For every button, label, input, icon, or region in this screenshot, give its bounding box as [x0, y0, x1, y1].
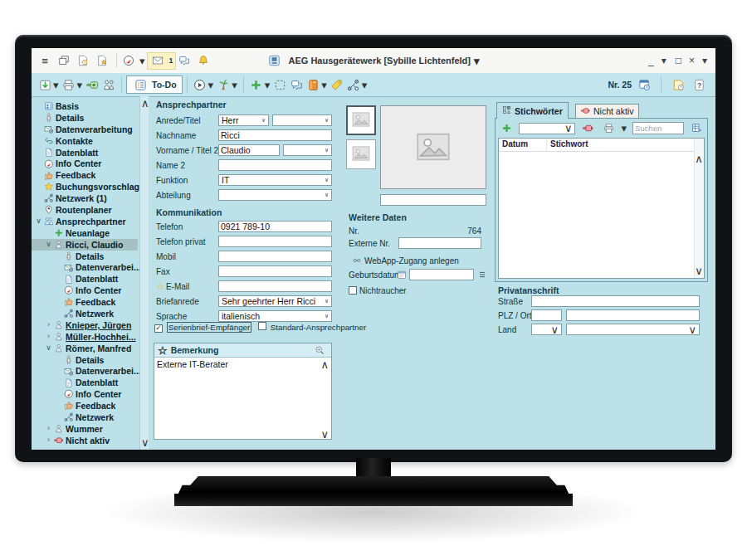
- sidebar-item-ansprechpartner[interactable]: ∨Ansprechpartner: [32, 216, 138, 227]
- remark-textarea[interactable]: Externe IT-Berater ∧ ∨: [154, 358, 331, 441]
- photo-thumbnail-1[interactable]: [346, 105, 376, 135]
- vorname-titel-2-input[interactable]: [218, 144, 280, 156]
- country-select[interactable]: ∨: [566, 324, 700, 335]
- name-2-input[interactable]: [218, 159, 332, 171]
- help-button[interactable]: ?: [691, 76, 707, 93]
- keyword-search-input[interactable]: [632, 122, 684, 134]
- vacation-button[interactable]: [215, 76, 232, 93]
- calendar-icon[interactable]: [396, 269, 407, 280]
- nichtraucher-checkbox[interactable]: [349, 286, 357, 295]
- chevron-down-icon[interactable]: ▾: [53, 80, 59, 90]
- ort-input[interactable]: [566, 309, 700, 321]
- scroll-down-icon[interactable]: ∨: [320, 429, 329, 440]
- telefon-privat-input[interactable]: [218, 236, 332, 247]
- fax-input[interactable]: [218, 265, 332, 277]
- sidebar-item-wummer[interactable]: ›Wummer: [32, 423, 138, 435]
- unread-mail-button[interactable]: 1: [147, 52, 176, 70]
- connect-button[interactable]: [84, 76, 100, 93]
- abteilung-select[interactable]: ∨: [218, 189, 332, 201]
- funktion-select[interactable]: IT∨: [218, 174, 332, 186]
- anrede-titel-select[interactable]: Herr∨: [218, 114, 269, 126]
- sidebar-item-feedback[interactable]: Feedback: [32, 169, 138, 181]
- chevron-down-icon[interactable]: ▾: [702, 56, 707, 66]
- sidebar-item-buchungsvorschlag[interactable]: Buchungsvorschlag: [32, 181, 138, 192]
- column-datum[interactable]: Datum: [499, 139, 547, 151]
- sidebar-item-nicht-aktiv[interactable]: ›Nicht aktiv: [32, 435, 138, 446]
- sidebar-item-datenverarbeitung[interactable]: Datenverarbeitung: [32, 124, 138, 135]
- chevron-right-icon[interactable]: ›: [44, 425, 53, 432]
- deactivate-button[interactable]: [579, 120, 596, 137]
- zoom-in-icon[interactable]: [311, 342, 328, 358]
- vorname-titel-2-select[interactable]: ∨: [283, 144, 332, 156]
- chevron-down-icon[interactable]: ▾: [139, 56, 145, 66]
- photo-thumbnail-2[interactable]: [346, 139, 376, 169]
- chevron-right-icon[interactable]: ›: [44, 321, 53, 329]
- chevron-right-icon[interactable]: ›: [44, 436, 53, 444]
- telefon-input[interactable]: [218, 221, 332, 232]
- scroll-up-icon[interactable]: ∧: [695, 153, 703, 164]
- info-center-icon[interactable]: [120, 52, 137, 69]
- sidebar-item-knieper-jürgen[interactable]: ›Knieper, Jürgen: [32, 319, 138, 331]
- sprache-select[interactable]: italienisch∨: [218, 310, 332, 322]
- network-button[interactable]: [345, 76, 362, 93]
- column-stichwort[interactable]: Stichwort: [547, 139, 704, 151]
- mobil-input[interactable]: [218, 251, 332, 262]
- export-table-icon[interactable]: [688, 120, 705, 137]
- photo-preview[interactable]: [380, 105, 486, 189]
- contacts-button[interactable]: [100, 76, 117, 93]
- table-scrollbar[interactable]: ∧ ∨: [694, 139, 704, 278]
- sidebar-item-basis[interactable]: Basis: [32, 100, 138, 112]
- print-button[interactable]: [61, 76, 77, 93]
- serienbrief-checkbox[interactable]: ✓: [154, 324, 163, 333]
- chevron-down-icon[interactable]: ∨: [34, 217, 43, 225]
- chevron-down-icon[interactable]: ▾: [474, 56, 480, 66]
- chevron-down-icon[interactable]: ▾: [232, 80, 237, 90]
- sidebar-item-datenblatt[interactable]: Datenblatt: [32, 147, 138, 158]
- scroll-up-icon[interactable]: ∧: [320, 359, 329, 370]
- chevron-down-icon[interactable]: ▾: [321, 80, 327, 90]
- scroll-up-icon[interactable]: ∧: [141, 98, 148, 109]
- minimize-button[interactable]: _: [648, 56, 654, 66]
- sidebar-item-neuanlage[interactable]: Neuanlage: [32, 227, 138, 239]
- tab-nicht-aktiv[interactable]: Nicht aktiv: [575, 104, 639, 119]
- bell-icon[interactable]: [195, 52, 212, 69]
- nachname-input[interactable]: [218, 129, 332, 141]
- street-input[interactable]: [531, 295, 700, 307]
- keywords-table[interactable]: Datum Stichwort ∧ ∨: [498, 138, 705, 279]
- print-keywords-button[interactable]: [600, 120, 617, 137]
- sidebar-item-info-center[interactable]: Info Center: [32, 388, 138, 400]
- tag-button[interactable]: [329, 76, 345, 93]
- sidebar-item-details[interactable]: Details: [32, 354, 138, 366]
- chevron-down-icon[interactable]: ∨: [44, 344, 53, 352]
- photo-caption-input[interactable]: [380, 194, 486, 206]
- sidebar-item-römer-manfred[interactable]: ∨Römer, Manfred: [32, 343, 138, 354]
- sidebar-item-info-center[interactable]: Info Center: [32, 158, 138, 169]
- options-list-icon[interactable]: [476, 269, 487, 280]
- addressbook-button[interactable]: [305, 76, 321, 93]
- chevron-down-icon[interactable]: ▾: [362, 80, 368, 90]
- window-history-button[interactable]: [636, 76, 652, 93]
- add-keyword-button[interactable]: [498, 120, 515, 137]
- chevron-down-icon[interactable]: ▾: [265, 80, 271, 90]
- scroll-down-icon[interactable]: ∨: [695, 265, 703, 276]
- sidebar-item-details[interactable]: Details: [32, 112, 138, 124]
- cascade-windows-icon[interactable]: [56, 52, 72, 69]
- sidebar-item-details[interactable]: Details: [32, 251, 138, 262]
- keyword-select[interactable]: ∨: [519, 123, 575, 134]
- todo-button[interactable]: To-Do: [126, 75, 183, 94]
- sidebar-item-routenplaner[interactable]: Routenplaner: [32, 204, 138, 216]
- sidebar-item-feedback[interactable]: Feedback: [32, 296, 138, 308]
- plz-input[interactable]: [531, 309, 562, 321]
- birthdate-input[interactable]: [409, 269, 474, 280]
- favorite-file-icon[interactable]: [94, 52, 110, 69]
- tab-stichwoerter[interactable]: Stichwörter: [496, 102, 569, 119]
- sidebar-item-datenverarbei[interactable]: Datenverarbei...: [32, 365, 138, 377]
- sidebar-item-ricci-claudio[interactable]: ∨Ricci, Claudio: [32, 239, 138, 251]
- sidebar-item-info-center[interactable]: Info Center: [32, 285, 138, 296]
- chat-icon[interactable]: [176, 52, 193, 69]
- standard-ansprechpartner-checkbox[interactable]: [258, 322, 266, 330]
- chevron-down-icon[interactable]: ▾: [621, 123, 627, 134]
- menu-icon[interactable]: ≡: [37, 52, 53, 69]
- external-nr-input[interactable]: [398, 237, 481, 249]
- sidebar-item-datenblatt[interactable]: Datenblatt: [32, 273, 138, 285]
